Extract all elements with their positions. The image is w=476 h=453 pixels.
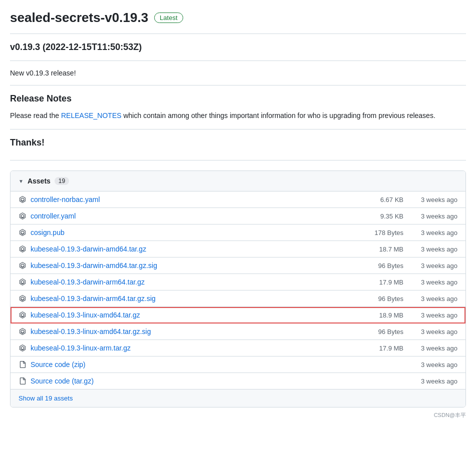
release-notes-link[interactable]: RELEASE_NOTES: [61, 112, 122, 120]
asset-size: 178 Bytes: [358, 229, 403, 236]
asset-size: 9.35 KB: [358, 212, 403, 220]
asset-size: 18.7 MB: [358, 246, 403, 253]
asset-row: cosign.pub178 Bytes3 weeks ago: [11, 224, 465, 241]
cube-icon: [19, 278, 27, 286]
asset-time: 3 weeks ago: [407, 246, 457, 253]
asset-row: kubeseal-0.19.3-darwin-arm64.tar.gz17.9 …: [11, 274, 465, 290]
asset-time: 3 weeks ago: [407, 229, 457, 236]
asset-size: 96 Bytes: [358, 328, 403, 336]
cube-icon: [19, 344, 27, 352]
cube-icon: [19, 245, 27, 253]
asset-time: 3 weeks ago: [407, 278, 457, 286]
asset-row: kubeseal-0.19.3-linux-amd64.tar.gz.sig96…: [11, 324, 465, 340]
release-notes-section: Release Notes Please read the RELEASE_NO…: [10, 94, 466, 130]
asset-row: kubeseal-0.19.3-linux-arm.tar.gz17.9 MB3…: [11, 340, 465, 356]
assets-label: Assets: [28, 177, 51, 185]
asset-row: controller.yaml9.35 KB3 weeks ago: [11, 208, 465, 224]
asset-size: 96 Bytes: [358, 295, 403, 302]
asset-row: Source code (tar.gz)3 weeks ago: [11, 373, 465, 389]
asset-name-link[interactable]: kubeseal-0.19.3-darwin-arm64.tar.gz: [31, 278, 354, 286]
assets-list: controller-norbac.yaml6.67 KB3 weeks ago…: [11, 192, 465, 389]
assets-header: ▼ Assets 19: [11, 171, 465, 192]
asset-size: 17.9 MB: [358, 344, 403, 352]
release-title: sealed-secrets-v0.19.3: [10, 10, 148, 26]
release-header: sealed-secrets-v0.19.3 Latest: [10, 10, 466, 34]
asset-size: 17.9 MB: [358, 278, 403, 286]
asset-time: 3 weeks ago: [407, 361, 457, 368]
asset-size: 96 Bytes: [358, 262, 403, 270]
asset-name-link[interactable]: kubeseal-0.19.3-linux-amd64.tar.gz.sig: [31, 328, 354, 336]
cube-icon: [19, 311, 27, 319]
asset-row: kubeseal-0.19.3-linux-amd64.tar.gz18.9 M…: [11, 307, 465, 324]
asset-name-link[interactable]: kubeseal-0.19.3-darwin-amd64.tar.gz.sig: [31, 262, 354, 270]
cube-icon: [19, 328, 27, 336]
cube-icon: [19, 294, 27, 302]
asset-name-link[interactable]: Source code (zip): [31, 360, 354, 368]
asset-time: 3 weeks ago: [407, 312, 457, 319]
release-notes-heading: Release Notes: [10, 94, 466, 104]
release-notes-prefix: Please read the: [10, 112, 61, 120]
asset-time: 3 weeks ago: [407, 295, 457, 302]
asset-row: Source code (zip)3 weeks ago: [11, 356, 465, 373]
asset-name-link[interactable]: controller-norbac.yaml: [31, 196, 354, 204]
asset-time: 3 weeks ago: [407, 344, 457, 352]
release-notes-text: Please read the RELEASE_NOTES which cont…: [10, 110, 466, 121]
thanks-heading: Thanks!: [10, 138, 466, 148]
show-all-assets-link[interactable]: Show all 19 assets: [11, 389, 465, 407]
asset-row: kubeseal-0.19.3-darwin-amd64.tar.gz.sig9…: [11, 258, 465, 274]
doc-icon: [19, 360, 27, 368]
doc-icon: [19, 377, 27, 385]
asset-name-link[interactable]: kubeseal-0.19.3-darwin-arm64.tar.gz.sig: [31, 294, 354, 302]
asset-time: 3 weeks ago: [407, 212, 457, 220]
watermark: CSDN@丰平: [10, 412, 466, 419]
page-container: sealed-secrets-v0.19.3 Latest v0.19.3 (2…: [10, 10, 466, 419]
asset-size: 6.67 KB: [358, 196, 403, 204]
asset-row: kubeseal-0.19.3-darwin-amd64.tar.gz18.7 …: [11, 241, 465, 258]
asset-time: 3 weeks ago: [407, 196, 457, 204]
release-notes-suffix: which contain among other things importa…: [122, 112, 435, 120]
asset-row: controller-norbac.yaml6.67 KB3 weeks ago: [11, 192, 465, 208]
release-description: New v0.19.3 release!: [10, 69, 466, 86]
asset-name-link[interactable]: controller.yaml: [31, 212, 354, 220]
cube-icon: [19, 228, 27, 236]
release-version-line: v0.19.3 (2022-12-15T11:50:53Z): [10, 42, 466, 61]
asset-name-link[interactable]: kubeseal-0.19.3-darwin-amd64.tar.gz: [31, 245, 354, 253]
asset-time: 3 weeks ago: [407, 262, 457, 270]
cube-icon: [19, 212, 27, 220]
asset-name-link[interactable]: kubeseal-0.19.3-linux-amd64.tar.gz: [31, 311, 354, 319]
assets-section: ▼ Assets 19 controller-norbac.yaml6.67 K…: [10, 170, 466, 408]
asset-time: 3 weeks ago: [407, 378, 457, 385]
cube-icon: [19, 262, 27, 270]
asset-time: 3 weeks ago: [407, 328, 457, 336]
asset-size: 18.9 MB: [358, 312, 403, 319]
asset-name-link[interactable]: kubeseal-0.19.3-linux-arm.tar.gz: [31, 344, 354, 352]
triangle-icon: ▼: [19, 178, 24, 184]
assets-count-badge: 19: [55, 177, 69, 185]
asset-name-link[interactable]: cosign.pub: [31, 228, 354, 236]
asset-row: kubeseal-0.19.3-darwin-arm64.tar.gz.sig9…: [11, 290, 465, 307]
latest-badge: Latest: [154, 12, 183, 23]
thanks-section: Thanks!: [10, 138, 466, 160]
asset-name-link[interactable]: Source code (tar.gz): [31, 377, 354, 385]
cube-icon: [19, 196, 27, 204]
